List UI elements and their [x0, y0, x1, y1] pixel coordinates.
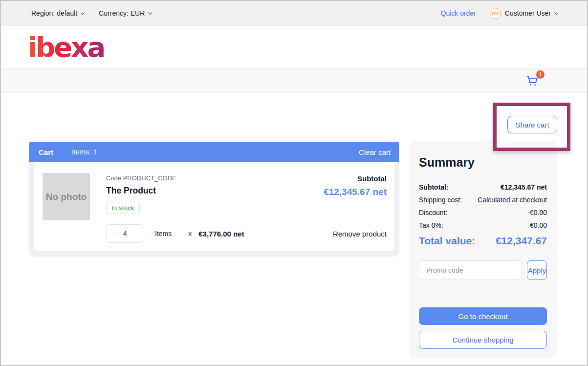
summary-row-subtotal: Subtotal: €12,345.67 net — [419, 183, 547, 191]
main-content: Share cart Cart Items: 1 Clear cart No p… — [1, 93, 587, 365]
summary-row-value: Calculated at checkout — [478, 196, 547, 204]
items-unit-label: Items — [155, 230, 172, 237]
cart-icon — [526, 81, 539, 89]
multiply-symbol: x — [188, 230, 192, 237]
summary-panel: Summary Subtotal: €12,345.67 net Shippin… — [409, 141, 557, 358]
apply-promo-button[interactable]: Apply — [527, 260, 547, 280]
summary-row-shipping: Shipping cost: Calculated at checkout — [419, 196, 547, 204]
chevron-down-icon — [148, 10, 152, 14]
cart-body: No photo Code PRODUCT_CODE The Product I… — [29, 162, 399, 257]
subtotal-label: Subtotal — [324, 174, 387, 183]
product-info: Code PRODUCT_CODE The Product In stock — [106, 173, 324, 220]
unit-price: €3,776.00 net — [198, 230, 244, 238]
currency-selector[interactable]: Currency: EUR — [99, 9, 152, 17]
clear-cart-link[interactable]: Clear cart — [359, 148, 391, 156]
region-selector[interactable]: Region: default — [31, 9, 84, 17]
summary-row-label: Discount: — [419, 209, 447, 216]
cart-button[interactable]: 1 — [526, 74, 540, 88]
summary-row-value: -€0.00 — [527, 209, 547, 216]
summary-row-label: Shipping cost: — [419, 196, 462, 204]
avatar: CU — [490, 8, 501, 19]
cart-items-count: Items: 1 — [72, 148, 97, 156]
cart-header: Cart Items: 1 Clear cart — [29, 142, 399, 162]
chevron-down-icon — [81, 10, 85, 14]
continue-shopping-button[interactable]: Continue shopping — [419, 331, 547, 349]
summary-row-value: €0.00 — [530, 221, 547, 229]
product-subtotal: Subtotal €12,345.67 net — [324, 173, 387, 220]
top-bar: Region: default Currency: EUR Quick orde… — [1, 1, 587, 26]
cart-title: Cart — [39, 148, 53, 156]
quantity-input[interactable] — [106, 224, 144, 243]
summary-row-discount: Discount: -€0.00 — [419, 209, 547, 216]
chevron-down-icon — [554, 10, 558, 14]
product-code: Code PRODUCT_CODE — [106, 174, 324, 182]
user-menu[interactable]: CU Customer User — [490, 8, 558, 19]
stock-badge: In stock — [106, 202, 140, 214]
cart-count-badge: 1 — [536, 70, 544, 79]
subtotal-value: €12,345.67 net — [324, 187, 387, 197]
total-label: Total value: — [419, 235, 475, 247]
cart-panel: Cart Items: 1 Clear cart No photo Code P… — [29, 142, 399, 257]
top-bar-right: Quick order CU Customer User — [441, 8, 558, 19]
go-to-checkout-button[interactable]: Go to checkout — [419, 307, 547, 325]
storefront-page: Region: default Currency: EUR Quick orde… — [0, 0, 588, 366]
logo-section: ibexa — [1, 26, 587, 68]
summary-row-value: €12,345.67 net — [501, 183, 547, 191]
product-photo-placeholder: No photo — [43, 173, 90, 220]
currency-label: Currency: EUR — [99, 9, 145, 17]
quick-order-link[interactable]: Quick order — [441, 9, 476, 17]
quantity-row: Items x €3,776.00 net Remove product — [106, 224, 387, 243]
summary-title: Summary — [419, 155, 547, 170]
summary-row-label: Tax 0%: — [419, 221, 443, 229]
user-name: Customer User — [505, 9, 551, 17]
remove-product-link[interactable]: Remove product — [333, 230, 387, 238]
nav-bar: 1 — [1, 68, 587, 93]
summary-row-label: Subtotal: — [419, 183, 449, 191]
summary-row-tax: Tax 0%: €0.00 — [419, 221, 547, 229]
cart-line-item: No photo Code PRODUCT_CODE The Product I… — [34, 162, 394, 251]
promo-code-input[interactable] — [419, 260, 522, 280]
region-label: Region: default — [31, 9, 77, 17]
product-name: The Product — [106, 186, 324, 196]
total-value: €12,347.67 — [496, 235, 547, 247]
total-value-row: Total value: €12,347.67 — [419, 235, 547, 247]
share-cart-button[interactable]: Share cart — [507, 116, 557, 133]
ibexa-logo[interactable]: ibexa — [28, 34, 104, 61]
product-top-row: No photo Code PRODUCT_CODE The Product I… — [43, 173, 387, 220]
promo-row: Apply — [419, 260, 547, 280]
